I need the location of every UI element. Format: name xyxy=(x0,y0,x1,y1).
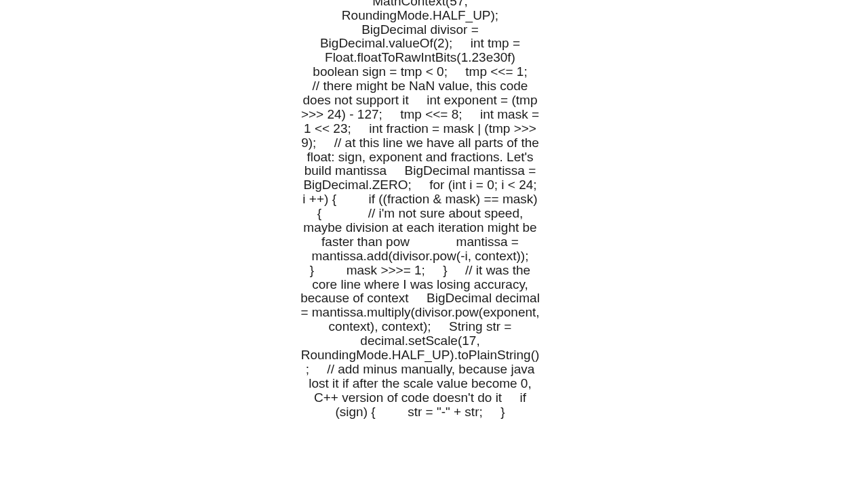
code-snippet-text: exponent value) - its 40 + scale, 17 for… xyxy=(300,0,540,420)
